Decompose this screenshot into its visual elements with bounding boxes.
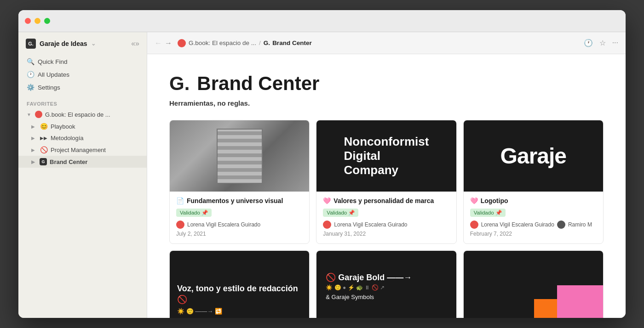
card-valores[interactable]: NonconformistDigitalCompany 🩷 Valores y … bbox=[316, 120, 456, 244]
app-window: G. Garaje de Ideas ⌄ «» 🔍 Quick Find 🕐 A… bbox=[18, 10, 626, 318]
pink-preview bbox=[464, 251, 603, 318]
card-doc-icon: 📄 bbox=[176, 197, 184, 204]
card-badge-fundamentos: Validado 📌 bbox=[176, 209, 212, 217]
card-author: Lorena Vigil Escalera Guirado bbox=[334, 221, 407, 228]
sidebar-collapse-button[interactable]: «» bbox=[131, 40, 139, 48]
quick-find-label: Quick Find bbox=[38, 58, 68, 65]
page-title-row: G. Brand Center bbox=[169, 73, 604, 95]
brand-center-label: Brand Center bbox=[50, 158, 87, 165]
card-date: January 31, 2022 bbox=[323, 231, 449, 237]
history-icon[interactable]: 🕐 bbox=[584, 39, 593, 47]
sidebar-item-all-updates[interactable]: 🕐 All Updates bbox=[18, 68, 147, 81]
orange-block bbox=[534, 299, 557, 318]
sidebar: G. Garaje de Ideas ⌄ «» 🔍 Quick Find 🕐 A… bbox=[18, 32, 147, 318]
forward-button[interactable]: → bbox=[165, 39, 172, 47]
more-options-icon[interactable]: ··· bbox=[612, 39, 618, 47]
browser-actions: 🕐 ☆ ··· bbox=[584, 39, 618, 47]
card-fundamentos[interactable]: 📄 Fundamentos y universo visual Validado… bbox=[169, 120, 310, 244]
card-title-logotipo: Logotipo bbox=[481, 197, 508, 204]
card-author-secondary: Ramiro M bbox=[568, 221, 592, 228]
garaje-logo-text: Garaje bbox=[500, 143, 566, 169]
card-voz-tono[interactable]: Voz, tono y estilo de redacción 🚫 ☀️ 🙂 —… bbox=[169, 250, 310, 318]
sidebar-tree: ▼ G.book: El espacio de ... ▶ 😊 Playbook… bbox=[18, 108, 147, 168]
sidebar-item-gbook[interactable]: ▼ G.book: El espacio de ... bbox=[18, 108, 147, 120]
fullscreen-button[interactable] bbox=[44, 18, 50, 24]
project-mgmt-icon: 🚫 bbox=[40, 146, 48, 153]
avatar bbox=[323, 221, 331, 229]
sidebar-header: G. Garaje de Ideas ⌄ «» bbox=[18, 32, 147, 53]
page-subtitle: Herramientas, no reglas. bbox=[169, 99, 604, 107]
bookmark-icon[interactable]: ☆ bbox=[599, 39, 606, 47]
card-title-row: 🩷 Logotipo bbox=[470, 197, 597, 204]
card-author: Lorena Vigil Escalera Guirado bbox=[481, 221, 554, 228]
app-body: G. Garaje de Ideas ⌄ «» 🔍 Quick Find 🕐 A… bbox=[18, 32, 626, 318]
card-info-fundamentos: 📄 Fundamentos y universo visual Validado… bbox=[170, 192, 309, 243]
garaje-bold-subtitle: & Garaje Symbols bbox=[326, 294, 447, 300]
back-button[interactable]: ← bbox=[155, 39, 162, 47]
expand-icon: ▶ bbox=[31, 147, 37, 153]
all-updates-label: All Updates bbox=[38, 71, 69, 78]
card-badge-valores: Validado 📌 bbox=[323, 209, 358, 217]
card-title-row: 🩷 Valores y personalidad de marca bbox=[323, 197, 449, 204]
traffic-lights bbox=[25, 18, 50, 24]
sidebar-nav: 🔍 Quick Find 🕐 All Updates ⚙️ Settings bbox=[18, 53, 147, 96]
page-content: G. Brand Center Herramientas, no reglas. bbox=[147, 54, 626, 318]
workspace-chevron-icon: ⌄ bbox=[91, 40, 96, 47]
card-badge-logotipo: Validado 📌 bbox=[470, 209, 506, 217]
door-visual bbox=[217, 129, 263, 184]
sidebar-item-quick-find[interactable]: 🔍 Quick Find bbox=[18, 55, 147, 68]
card-preview-garaje-bold: 🚫 Garaje Bold ——→ ☀️ 🙂 ● ⚡ 🐢 ⏸ 🚫 ↗ & Gar… bbox=[316, 251, 456, 318]
breadcrumb-g: G. bbox=[264, 40, 270, 46]
browser-bar: ← → G.book: El espacio de ... / G. Brand… bbox=[147, 32, 626, 54]
avatar bbox=[470, 221, 478, 229]
minimize-button[interactable] bbox=[34, 18, 40, 24]
search-icon: 🔍 bbox=[27, 58, 34, 65]
card-pink-icon: 🩷 bbox=[323, 197, 331, 204]
card-logotipo[interactable]: Garaje 🩷 Logotipo Validado 📌 bbox=[463, 120, 604, 244]
breadcrumb: G.book: El espacio de ... / G. Brand Cen… bbox=[178, 39, 578, 47]
favorites-label: FAVORITES bbox=[18, 96, 147, 108]
card-title-row: 📄 Fundamentos y universo visual bbox=[176, 197, 303, 204]
card-pink-icon: 🩷 bbox=[470, 197, 478, 204]
garaje-bold-symbols: ☀️ 🙂 ● ⚡ 🐢 ⏸ 🚫 ↗ bbox=[326, 284, 447, 291]
sidebar-item-project-mgmt[interactable]: ▶ 🚫 Project Management bbox=[18, 144, 147, 156]
garage-door-preview bbox=[170, 120, 309, 192]
close-button[interactable] bbox=[25, 18, 31, 24]
card-author-row: Lorena Vigil Escalera Guirado Ramiro M bbox=[470, 221, 597, 229]
card-pink[interactable] bbox=[463, 250, 604, 318]
pink-block bbox=[557, 285, 603, 318]
expand-icon: ▼ bbox=[27, 112, 32, 117]
card-preview-logotipo: Garaje bbox=[464, 120, 603, 192]
cards-grid: 📄 Fundamentos y universo visual Validado… bbox=[169, 120, 604, 318]
expand-icon: ▶ bbox=[31, 136, 37, 141]
voz-title: Voz, tono y estilo de redacción 🚫 bbox=[177, 283, 302, 305]
voz-preview: Voz, tono y estilo de redacción 🚫 ☀️ 🙂 —… bbox=[170, 251, 309, 318]
card-preview-fundamentos bbox=[170, 120, 309, 192]
garaje-bold-title: 🚫 Garaje Bold ——→ bbox=[326, 272, 447, 283]
gbook-label: G.book: El espacio de ... bbox=[45, 111, 110, 118]
sidebar-item-metodologia[interactable]: ▶ ▶▶ Metodología bbox=[18, 132, 147, 144]
brand-center-icon: G bbox=[40, 158, 47, 165]
card-info-valores: 🩷 Valores y personalidad de marca Valida… bbox=[316, 192, 456, 243]
breadcrumb-workspace-text: G.book: El espacio de ... bbox=[189, 40, 256, 46]
card-info-logotipo: 🩷 Logotipo Validado 📌 Lorena Vigil Escal… bbox=[464, 192, 603, 243]
sidebar-item-playbook[interactable]: ▶ 😊 Playbook bbox=[18, 120, 147, 132]
sidebar-item-brand-center[interactable]: ▶ G Brand Center bbox=[18, 156, 147, 168]
playbook-label: Playbook bbox=[51, 123, 75, 130]
expand-icon: ▶ bbox=[31, 124, 37, 129]
gear-icon: ⚙️ bbox=[27, 84, 34, 91]
titlebar bbox=[18, 10, 626, 32]
page-title-g: G. bbox=[169, 73, 190, 95]
breadcrumb-current-text: Brand Center bbox=[272, 40, 312, 46]
expand-icon: ▶ bbox=[31, 159, 37, 164]
metodologia-icon: ▶▶ bbox=[40, 136, 48, 141]
sidebar-item-settings[interactable]: ⚙️ Settings bbox=[18, 81, 147, 94]
card-author: Lorena Vigil Escalera Guirado bbox=[187, 221, 260, 228]
card-garaje-bold[interactable]: 🚫 Garaje Bold ——→ ☀️ 🙂 ● ⚡ 🐢 ⏸ 🚫 ↗ & Gar… bbox=[316, 250, 456, 318]
settings-label: Settings bbox=[38, 84, 60, 91]
workspace-label[interactable]: G. Garaje de Ideas ⌄ bbox=[26, 39, 96, 49]
playbook-icon: 😊 bbox=[40, 123, 48, 130]
card-preview-pink bbox=[464, 251, 603, 318]
card-preview-voz: Voz, tono y estilo de redacción 🚫 ☀️ 🙂 —… bbox=[170, 251, 309, 318]
garaje-bold-preview: 🚫 Garaje Bold ——→ ☀️ 🙂 ● ⚡ 🐢 ⏸ 🚫 ↗ & Gar… bbox=[316, 251, 456, 318]
